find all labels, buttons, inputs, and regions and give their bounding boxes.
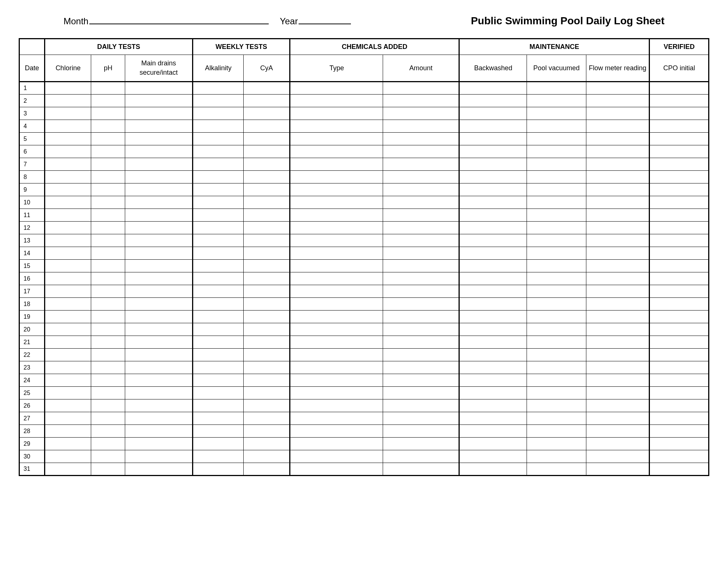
cell-type[interactable] [290, 247, 383, 260]
cell-drains[interactable] [125, 183, 192, 196]
cell-cya[interactable] [243, 387, 290, 399]
cell-drains[interactable] [125, 209, 192, 222]
cell-vacuumed[interactable] [527, 209, 586, 222]
cell-cya[interactable] [243, 374, 290, 387]
cell-vacuumed[interactable] [527, 95, 586, 107]
cell-flow[interactable] [586, 298, 650, 311]
cell-type[interactable] [290, 107, 383, 120]
cell-drains[interactable] [125, 171, 192, 183]
cell-backwashed[interactable] [459, 171, 527, 183]
cell-ph[interactable] [91, 450, 125, 463]
cell-cpo[interactable] [650, 425, 709, 438]
cell-cpo[interactable] [650, 120, 709, 133]
cell-type[interactable] [290, 399, 383, 412]
cell-ph[interactable] [91, 260, 125, 272]
cell-ph[interactable] [91, 107, 125, 120]
cell-cpo[interactable] [650, 107, 709, 120]
cell-vacuumed[interactable] [527, 82, 586, 95]
cell-alkalinity[interactable] [193, 374, 244, 387]
cell-amount[interactable] [383, 145, 459, 158]
cell-drains[interactable] [125, 272, 192, 285]
cell-cpo[interactable] [650, 222, 709, 234]
cell-alkalinity[interactable] [193, 196, 244, 209]
cell-drains[interactable] [125, 311, 192, 323]
cell-drains[interactable] [125, 82, 192, 95]
cell-cya[interactable] [243, 298, 290, 311]
cell-backwashed[interactable] [459, 133, 527, 145]
cell-vacuumed[interactable] [527, 285, 586, 298]
cell-drains[interactable] [125, 247, 192, 260]
cell-flow[interactable] [586, 260, 650, 272]
cell-chlorine[interactable] [44, 374, 91, 387]
cell-flow[interactable] [586, 349, 650, 361]
cell-drains[interactable] [125, 234, 192, 247]
cell-alkalinity[interactable] [193, 336, 244, 349]
cell-chlorine[interactable] [44, 361, 91, 374]
cell-chlorine[interactable] [44, 247, 91, 260]
cell-flow[interactable] [586, 196, 650, 209]
cell-type[interactable] [290, 412, 383, 425]
cell-chlorine[interactable] [44, 438, 91, 450]
cell-type[interactable] [290, 145, 383, 158]
cell-type[interactable] [290, 361, 383, 374]
cell-alkalinity[interactable] [193, 145, 244, 158]
cell-chlorine[interactable] [44, 107, 91, 120]
cell-type[interactable] [290, 158, 383, 171]
cell-drains[interactable] [125, 158, 192, 171]
cell-cpo[interactable] [650, 349, 709, 361]
cell-cpo[interactable] [650, 82, 709, 95]
cell-drains[interactable] [125, 374, 192, 387]
cell-backwashed[interactable] [459, 311, 527, 323]
cell-alkalinity[interactable] [193, 387, 244, 399]
cell-amount[interactable] [383, 463, 459, 476]
cell-chlorine[interactable] [44, 145, 91, 158]
cell-ph[interactable] [91, 95, 125, 107]
cell-vacuumed[interactable] [527, 145, 586, 158]
cell-vacuumed[interactable] [527, 450, 586, 463]
cell-alkalinity[interactable] [193, 82, 244, 95]
cell-chlorine[interactable] [44, 82, 91, 95]
cell-alkalinity[interactable] [193, 247, 244, 260]
cell-chlorine[interactable] [44, 323, 91, 336]
cell-alkalinity[interactable] [193, 323, 244, 336]
cell-flow[interactable] [586, 285, 650, 298]
cell-ph[interactable] [91, 247, 125, 260]
cell-backwashed[interactable] [459, 260, 527, 272]
cell-vacuumed[interactable] [527, 323, 586, 336]
cell-drains[interactable] [125, 463, 192, 476]
cell-alkalinity[interactable] [193, 133, 244, 145]
cell-amount[interactable] [383, 82, 459, 95]
cell-cya[interactable] [243, 311, 290, 323]
cell-drains[interactable] [125, 95, 192, 107]
cell-cya[interactable] [243, 399, 290, 412]
cell-amount[interactable] [383, 438, 459, 450]
cell-chlorine[interactable] [44, 234, 91, 247]
cell-chlorine[interactable] [44, 95, 91, 107]
cell-cpo[interactable] [650, 234, 709, 247]
cell-backwashed[interactable] [459, 95, 527, 107]
cell-type[interactable] [290, 222, 383, 234]
cell-alkalinity[interactable] [193, 120, 244, 133]
cell-flow[interactable] [586, 183, 650, 196]
cell-drains[interactable] [125, 285, 192, 298]
cell-amount[interactable] [383, 209, 459, 222]
cell-ph[interactable] [91, 158, 125, 171]
cell-type[interactable] [290, 209, 383, 222]
cell-drains[interactable] [125, 349, 192, 361]
cell-cya[interactable] [243, 145, 290, 158]
cell-amount[interactable] [383, 95, 459, 107]
cell-backwashed[interactable] [459, 336, 527, 349]
cell-flow[interactable] [586, 412, 650, 425]
cell-flow[interactable] [586, 361, 650, 374]
cell-chlorine[interactable] [44, 336, 91, 349]
cell-ph[interactable] [91, 349, 125, 361]
cell-amount[interactable] [383, 412, 459, 425]
cell-ph[interactable] [91, 133, 125, 145]
cell-chlorine[interactable] [44, 171, 91, 183]
cell-type[interactable] [290, 183, 383, 196]
cell-cpo[interactable] [650, 463, 709, 476]
cell-cpo[interactable] [650, 260, 709, 272]
cell-vacuumed[interactable] [527, 399, 586, 412]
cell-type[interactable] [290, 298, 383, 311]
cell-vacuumed[interactable] [527, 298, 586, 311]
